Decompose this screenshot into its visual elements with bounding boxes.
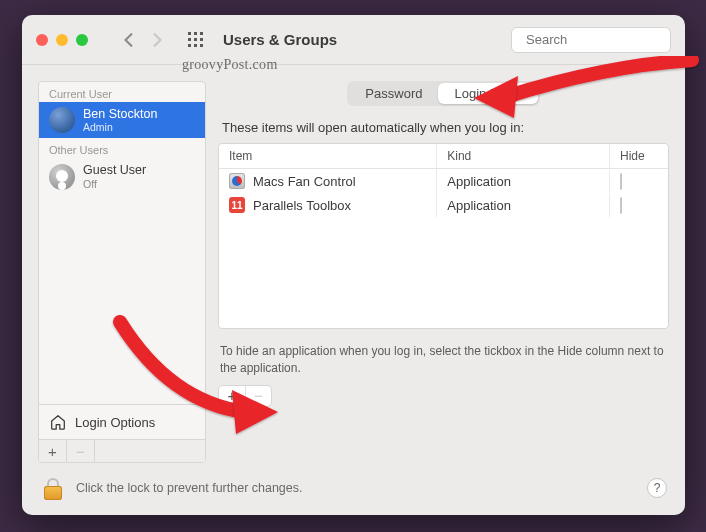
search-input[interactable] xyxy=(526,32,685,47)
lock-icon[interactable] xyxy=(40,475,66,501)
sidebar-remove-button[interactable]: − xyxy=(67,440,95,462)
sidebar-add-button[interactable]: + xyxy=(39,440,67,462)
main-panel: Password Login Items These items will op… xyxy=(218,81,669,463)
item-kind: Application xyxy=(437,170,610,193)
users-sidebar: Current User Ben Stockton Admin Other Us… xyxy=(38,81,206,463)
table-header: Item Kind Hide xyxy=(219,144,668,169)
tab-login-items[interactable]: Login Items xyxy=(438,83,537,104)
user-name: Guest User xyxy=(83,163,146,177)
window-title: Users & Groups xyxy=(223,31,337,48)
section-label-current: Current User xyxy=(39,82,205,102)
minimize-icon[interactable] xyxy=(56,34,68,46)
item-name: Parallels Toolbox xyxy=(253,198,351,213)
col-item[interactable]: Item xyxy=(219,144,437,168)
user-role: Admin xyxy=(83,121,157,133)
toolbar: Users & Groups xyxy=(22,15,685,65)
user-name: Ben Stockton xyxy=(83,107,157,121)
search-field[interactable] xyxy=(511,27,671,53)
add-item-button[interactable]: + xyxy=(219,386,245,406)
show-all-icon[interactable] xyxy=(188,32,203,47)
table-row[interactable]: 11 Parallels Toolbox Application xyxy=(219,193,668,217)
nav-buttons xyxy=(122,33,164,47)
parallels-icon: 11 xyxy=(229,197,245,213)
fan-icon xyxy=(229,173,245,189)
hide-checkbox[interactable] xyxy=(620,173,622,190)
content-area: Current User Ben Stockton Admin Other Us… xyxy=(22,65,685,471)
item-name: Macs Fan Control xyxy=(253,174,356,189)
help-button[interactable]: ? xyxy=(647,478,667,498)
login-options-button[interactable]: Login Options xyxy=(39,404,205,439)
sidebar-add-remove: + − xyxy=(39,439,205,462)
house-icon xyxy=(49,413,67,431)
section-label-other: Other Users xyxy=(39,138,205,158)
items-add-remove: + − xyxy=(218,385,272,407)
col-hide[interactable]: Hide xyxy=(610,144,668,168)
login-items-table: Item Kind Hide Macs Fan Control Applicat… xyxy=(218,143,669,329)
col-kind[interactable]: Kind xyxy=(437,144,610,168)
forward-button[interactable] xyxy=(150,33,164,47)
item-kind: Application xyxy=(437,194,610,217)
hide-hint: To hide an application when you log in, … xyxy=(218,343,669,377)
user-row-guest[interactable]: Guest User Off xyxy=(39,158,205,194)
table-row[interactable]: Macs Fan Control Application xyxy=(219,169,668,193)
lock-row: Click the lock to prevent further change… xyxy=(22,471,685,515)
tab-password[interactable]: Password xyxy=(349,83,438,104)
close-icon[interactable] xyxy=(36,34,48,46)
preferences-window: Users & Groups groovyPost.com Current Us… xyxy=(22,15,685,515)
user-row-current[interactable]: Ben Stockton Admin xyxy=(39,102,205,138)
zoom-icon[interactable] xyxy=(76,34,88,46)
hide-checkbox[interactable] xyxy=(620,197,622,214)
tab-bar: Password Login Items xyxy=(347,81,539,106)
avatar-icon xyxy=(49,107,75,133)
back-button[interactable] xyxy=(122,33,136,47)
avatar-icon xyxy=(49,164,75,190)
user-role: Off xyxy=(83,178,146,190)
login-items-description: These items will open automatically when… xyxy=(218,120,669,135)
remove-item-button[interactable]: − xyxy=(245,386,271,406)
window-controls xyxy=(36,34,88,46)
lock-text: Click the lock to prevent further change… xyxy=(76,481,303,495)
login-options-label: Login Options xyxy=(75,415,155,430)
